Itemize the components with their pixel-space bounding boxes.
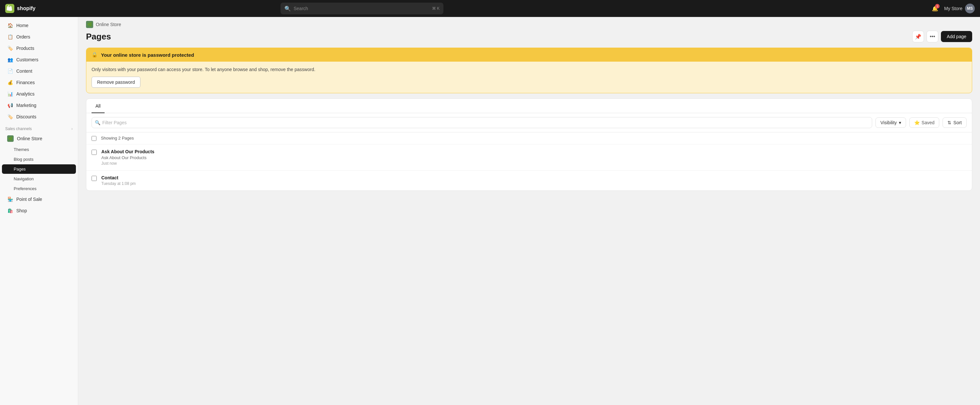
- saved-button[interactable]: ⭐ Saved: [909, 117, 940, 128]
- store-name-label[interactable]: My Store MS: [944, 3, 975, 13]
- sidebar-item-customers[interactable]: 👥 Customers: [2, 54, 76, 65]
- store-name-text: My Store: [944, 6, 963, 11]
- add-page-button[interactable]: Add page: [941, 31, 972, 42]
- more-button[interactable]: •••: [927, 31, 938, 42]
- page-row-checkbox-1[interactable]: [92, 150, 97, 155]
- sidebar-item-products-label: Products: [16, 46, 34, 51]
- page-row-date-1: Just now: [101, 161, 967, 166]
- page-row-title-2[interactable]: Contact: [101, 175, 967, 180]
- tab-all[interactable]: All: [92, 99, 105, 113]
- page-row-checkbox-2[interactable]: [92, 176, 97, 181]
- shopify-logo[interactable]: shopify: [5, 4, 35, 13]
- visibility-chevron-icon: ▾: [899, 120, 901, 125]
- filter-input[interactable]: [92, 117, 872, 128]
- layout: 🏠 Home 📋 Orders 🏷️ Products 👥 Customers …: [0, 17, 980, 405]
- page-row-title-1[interactable]: Ask About Our Products: [101, 149, 967, 154]
- sidebar-item-orders-label: Orders: [16, 34, 30, 40]
- sidebar-item-finances-label: Finances: [16, 80, 35, 85]
- expand-icon[interactable]: ›: [72, 126, 73, 131]
- sidebar-sub-navigation[interactable]: Navigation: [2, 174, 76, 183]
- sort-button[interactable]: ⇅ Sort: [943, 117, 967, 128]
- sidebar-item-home[interactable]: 🏠 Home: [2, 20, 76, 31]
- lock-icon: 🔒: [92, 52, 98, 58]
- sidebar-item-products[interactable]: 🏷️ Products: [2, 43, 76, 54]
- search-shortcut: ⌘ K: [432, 6, 439, 11]
- pages-label: Pages: [14, 167, 26, 172]
- sales-channels-section: Sales channels ›: [0, 123, 78, 132]
- page-row-content-1: Ask About Our Products Ask About Our Pro…: [101, 149, 967, 166]
- password-banner-header: 🔒 Your online store is password protecte…: [86, 48, 972, 62]
- customers-icon: 👥: [7, 57, 13, 62]
- saved-label: Saved: [922, 120, 935, 125]
- sidebar-item-discounts[interactable]: 🏷️ Discounts: [2, 111, 76, 122]
- sidebar-sub-pages[interactable]: Pages: [2, 164, 76, 174]
- page-title-row: Pages 📌 ••• Add page: [78, 28, 980, 48]
- pos-label: Point of Sale: [16, 197, 42, 202]
- sidebar-item-online-store-label: Online Store: [17, 136, 42, 141]
- sidebar-item-shop[interactable]: 🛍️ Shop: [2, 205, 76, 216]
- blog-posts-label: Blog posts: [14, 157, 33, 162]
- pin-button[interactable]: 📌: [912, 31, 924, 42]
- online-store-breadcrumb-icon: 🌿: [86, 21, 93, 28]
- products-icon: 🏷️: [7, 45, 13, 51]
- search-bar[interactable]: 🔍 ⌘ K: [280, 3, 444, 14]
- pages-card: All 🔍 Visibility ▾ ⭐ Saved ⇅ Sort: [86, 99, 972, 191]
- search-icon: 🔍: [285, 6, 291, 12]
- sidebar-item-home-label: Home: [16, 23, 29, 28]
- sidebar-item-orders[interactable]: 📋 Orders: [2, 31, 76, 42]
- select-all-checkbox[interactable]: [92, 136, 96, 141]
- sidebar-item-finances[interactable]: 💰 Finances: [2, 77, 76, 88]
- breadcrumb-text: Online Store: [96, 22, 121, 27]
- remove-password-button[interactable]: Remove password: [92, 77, 140, 88]
- sidebar-sub-themes[interactable]: Themes: [2, 145, 76, 154]
- topbar: shopify 🔍 ⌘ K 🔔 1 My Store MS: [0, 0, 980, 17]
- search-input[interactable]: [294, 6, 430, 11]
- home-icon: 🏠: [7, 22, 13, 29]
- finances-icon: 💰: [7, 80, 13, 85]
- sidebar-item-content-label: Content: [16, 69, 32, 74]
- sidebar-item-pos[interactable]: 🏪 Point of Sale: [2, 194, 76, 205]
- password-banner-title: Your online store is password protected: [101, 52, 194, 58]
- sidebar-sub-blog-posts[interactable]: Blog posts: [2, 155, 76, 164]
- avatar: MS: [965, 3, 975, 13]
- visibility-label: Visibility: [880, 120, 897, 125]
- sidebar-item-analytics[interactable]: 📊 Analytics: [2, 88, 76, 99]
- visibility-button[interactable]: Visibility ▾: [875, 117, 906, 128]
- navigation-label: Navigation: [14, 176, 33, 181]
- sidebar-item-discounts-label: Discounts: [16, 114, 36, 120]
- page-actions: 📌 ••• Add page: [912, 31, 972, 42]
- table-row: Contact Tuesday at 1:08 pm: [86, 171, 972, 190]
- sidebar-item-online-store[interactable]: 🌿 Online Store: [2, 133, 76, 145]
- preferences-label: Preferences: [14, 186, 37, 191]
- sort-label: Sort: [953, 120, 962, 125]
- page-row-date-2: Tuesday at 1:08 pm: [101, 181, 967, 186]
- sidebar: 🏠 Home 📋 Orders 🏷️ Products 👥 Customers …: [0, 17, 78, 405]
- page-row-content-2: Contact Tuesday at 1:08 pm: [101, 175, 967, 186]
- filter-input-wrap: 🔍: [92, 117, 872, 128]
- sidebar-item-content[interactable]: 📄 Content: [2, 65, 76, 77]
- password-banner: 🔒 Your online store is password protecte…: [86, 48, 972, 93]
- sidebar-item-marketing-label: Marketing: [16, 103, 36, 108]
- page-title: Pages: [86, 32, 111, 42]
- sidebar-item-customers-label: Customers: [16, 57, 38, 62]
- online-store-icon: 🌿: [7, 136, 14, 142]
- password-banner-body: Only visitors with your password can acc…: [86, 62, 972, 93]
- notification-bell[interactable]: 🔔 1: [930, 3, 940, 14]
- themes-label: Themes: [14, 147, 29, 152]
- notification-badge: 1: [935, 4, 940, 8]
- tabs-row: All: [86, 99, 972, 113]
- discounts-icon: 🏷️: [7, 114, 13, 120]
- pos-icon: 🏪: [7, 196, 13, 202]
- marketing-icon: 📢: [7, 102, 13, 108]
- showing-count-text: Showing 2 Pages: [101, 136, 134, 140]
- filter-search-icon: 🔍: [95, 120, 100, 125]
- orders-icon: 📋: [7, 34, 13, 40]
- saved-icon: ⭐: [914, 120, 920, 125]
- sort-icon: ⇅: [947, 120, 951, 125]
- content-icon: 📄: [7, 68, 13, 74]
- table-row: Ask About Our Products Ask About Our Pro…: [86, 145, 972, 171]
- sidebar-sub-preferences[interactable]: Preferences: [2, 184, 76, 193]
- sidebar-item-marketing[interactable]: 📢 Marketing: [2, 100, 76, 111]
- shop-label: Shop: [16, 208, 27, 213]
- sidebar-item-analytics-label: Analytics: [16, 91, 35, 97]
